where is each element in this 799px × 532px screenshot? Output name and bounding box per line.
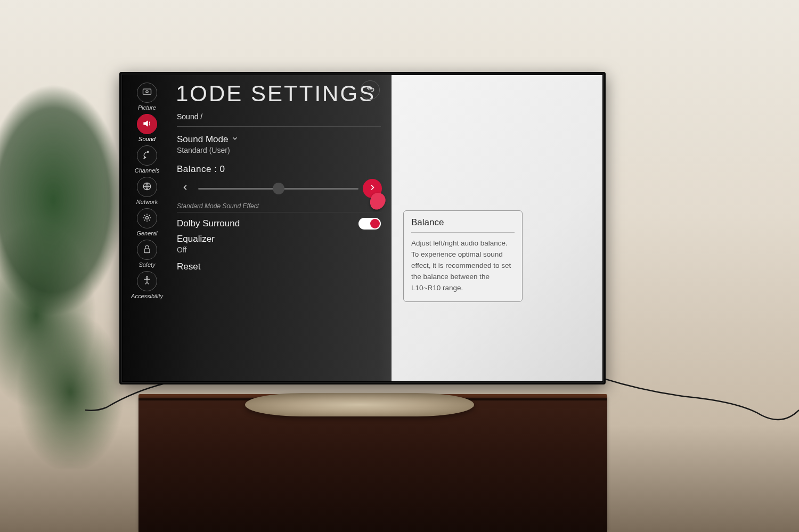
balance-decrease-button[interactable] <box>177 180 194 197</box>
svg-point-1 <box>146 91 148 93</box>
sound-mode-value: Standard (User) <box>177 146 381 154</box>
table-surface <box>138 398 607 532</box>
section-caption: Standard Mode Sound Effect <box>177 202 381 210</box>
svg-point-6 <box>146 277 148 279</box>
help-tooltip: Balance Adjust left/right audio balance.… <box>403 210 523 302</box>
dolby-toggle[interactable] <box>358 218 381 230</box>
tv-frame: Picture Sound Channels <box>119 72 606 384</box>
sidebar-item-picture[interactable]: Picture <box>137 83 157 111</box>
tooltip-body: Adjust left/right audio balance. To expe… <box>411 238 515 294</box>
sound-mode-label: Sound Mode <box>177 134 228 145</box>
sound-mode-row[interactable]: Sound Mode Standard (User) <box>177 134 381 154</box>
sidebar-item-label: Channels <box>135 167 159 174</box>
sidebar-item-label: Safety <box>138 261 155 268</box>
divider <box>177 126 381 127</box>
dolby-surround-row[interactable]: Dolby Surround <box>177 218 381 230</box>
lock-icon <box>142 244 152 256</box>
sidebar-item-label: Sound <box>138 136 156 142</box>
balance-label: Balance : 0 <box>177 164 381 175</box>
chevron-right-icon <box>369 184 376 193</box>
back-icon <box>365 84 375 96</box>
tooltip-title: Balance <box>411 217 515 233</box>
sidebar-item-label: General <box>136 230 157 236</box>
dolby-label: Dolby Surround <box>177 218 240 229</box>
sidebar-item-channels[interactable]: Channels <box>135 145 159 174</box>
tv-screen: Picture Sound Channels <box>123 75 602 381</box>
sidebar-item-safety[interactable]: Safety <box>137 240 157 268</box>
preview-panel: Balance Adjust left/right audio balance.… <box>392 75 602 381</box>
settings-content: 1ODE SETTINGS Sound / Sound Mode <box>172 75 392 381</box>
balance-increase-button[interactable] <box>363 179 382 198</box>
reset-label: Reset <box>177 261 200 272</box>
chevron-left-icon <box>182 184 189 193</box>
sidebar-item-label: Network <box>136 199 158 205</box>
svg-rect-5 <box>144 249 150 253</box>
gear-icon <box>142 212 152 224</box>
page-title: 1ODE SETTINGS <box>176 81 376 107</box>
sidebar-item-sound[interactable]: Sound <box>137 114 157 142</box>
balance-slider-thumb[interactable] <box>273 183 284 194</box>
sidebar-item-label: Picture <box>138 104 156 111</box>
sidebar-item-label: Accessibility <box>131 293 163 299</box>
sidebar-item-network[interactable]: Network <box>136 177 158 205</box>
equalizer-value: Off <box>177 245 381 254</box>
settings-panel: Picture Sound Channels <box>123 75 392 381</box>
settings-sidebar: Picture Sound Channels <box>123 75 172 381</box>
tv-stand <box>245 393 474 416</box>
toggle-knob <box>370 219 380 228</box>
satellite-icon <box>142 150 152 161</box>
accessibility-icon <box>142 275 152 287</box>
cable-right <box>602 373 799 421</box>
svg-rect-0 <box>143 89 151 94</box>
globe-icon <box>142 181 152 193</box>
balance-slider-row <box>177 179 382 198</box>
chevron-down-icon <box>231 134 239 145</box>
cable-left <box>85 381 165 413</box>
equalizer-row[interactable]: Equalizer Off <box>177 234 381 254</box>
reset-row[interactable]: Reset <box>177 261 381 272</box>
svg-point-4 <box>145 217 148 219</box>
divider <box>177 212 381 212</box>
balance-slider[interactable] <box>198 188 358 190</box>
sidebar-item-general[interactable]: General <box>136 208 157 236</box>
breadcrumb: Sound / <box>177 112 382 121</box>
sidebar-item-accessibility[interactable]: Accessibility <box>131 271 163 299</box>
equalizer-label: Equalizer <box>177 234 215 244</box>
speaker-icon <box>142 118 152 130</box>
display-icon <box>142 87 152 99</box>
back-button[interactable] <box>361 80 380 100</box>
